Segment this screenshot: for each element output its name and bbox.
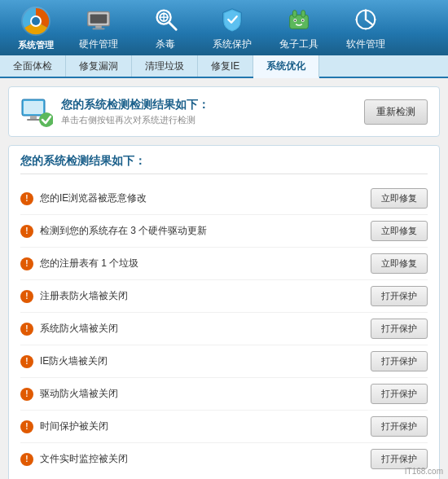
warning-icon: !: [20, 290, 33, 303]
tabs-row: 全面体检 修复漏洞 清理垃圾 修复IE 系统优化: [0, 55, 448, 78]
tab-fix-missing[interactable]: 修复漏洞: [66, 55, 132, 77]
protect-button[interactable]: 打开保护: [371, 416, 428, 437]
svg-rect-14: [301, 10, 305, 17]
result-left: !时间保护被关闭: [20, 420, 371, 433]
kill-icon: [151, 5, 180, 34]
result-text: 注册表防火墙被关闭: [40, 289, 128, 303]
result-row: !您的IE浏览器被恶意修改立即修复: [20, 182, 428, 215]
summary-subtitle: 单击右侧按钮再次对系统进行检测: [61, 114, 209, 126]
result-row: !检测到您的系统存在 3 个硬件驱动更新立即修复: [20, 215, 428, 248]
protect-button[interactable]: 打开保护: [371, 384, 428, 404]
nav-software-label: 软件管理: [346, 37, 385, 51]
result-row: !您的注册表有 1 个垃圾立即修复: [20, 248, 428, 280]
hardware-icon: [84, 5, 113, 34]
warning-icon: !: [20, 388, 33, 401]
warning-icon: !: [20, 420, 33, 433]
nav-rabbit-label: 兔子工具: [279, 37, 318, 51]
svg-point-18: [302, 20, 304, 21]
svg-point-2: [32, 17, 40, 25]
tab-optimize[interactable]: 系统优化: [253, 55, 319, 78]
nav-hardware[interactable]: 硬件管理: [65, 0, 132, 55]
software-icon: [351, 5, 380, 34]
logo-icon: [20, 5, 52, 37]
logo-text: 系统管理: [18, 39, 54, 51]
result-left: !驱动防火墙被关闭: [20, 387, 371, 401]
svg-rect-22: [30, 116, 37, 119]
protect-button[interactable]: 打开保护: [371, 286, 428, 306]
warning-icon: !: [20, 355, 33, 368]
logo-area: 系统管理: [7, 5, 65, 51]
result-row: !文件实时监控被关闭打开保护: [20, 443, 428, 475]
result-left: !IE防火墙被关闭: [20, 354, 371, 368]
warning-icon: !: [20, 225, 33, 238]
summary-box: 您的系统检测检测结果如下： 单击右侧按钮再次对系统进行检测 重新检测: [8, 86, 440, 137]
result-text: 文件实时监控被关闭: [40, 452, 128, 466]
svg-line-8: [169, 22, 177, 29]
summary-title: 您的系统检测检测结果如下：: [61, 98, 209, 112]
result-row: !IE防火墙被关闭打开保护: [20, 345, 428, 378]
warning-icon: !: [20, 192, 33, 205]
tab-fix-ie[interactable]: 修复IE: [198, 55, 253, 77]
result-row: !系统防火墙被关闭打开保护: [20, 313, 428, 345]
header: 系统管理 硬件管理 杀毒: [0, 0, 448, 55]
result-text: 您的注册表有 1 个垃圾: [40, 257, 138, 270]
summary-text: 您的系统检测检测结果如下： 单击右侧按钮再次对系统进行检测: [61, 98, 209, 126]
svg-rect-4: [90, 14, 108, 23]
fix-button[interactable]: 立即修复: [371, 253, 428, 274]
svg-rect-5: [95, 25, 102, 28]
nav-kill-label: 杀毒: [156, 37, 175, 51]
nav-hardware-label: 硬件管理: [79, 37, 118, 51]
result-row: !时间保护被关闭打开保护: [20, 411, 428, 443]
result-text: 驱动防火墙被关闭: [40, 387, 118, 401]
result-left: !文件实时监控被关闭: [20, 452, 371, 466]
result-text: 检测到您的系统存在 3 个硬件驱动更新: [40, 224, 207, 238]
svg-rect-6: [92, 28, 104, 29]
result-left: !注册表防火墙被关闭: [20, 289, 371, 303]
result-left: !检测到您的系统存在 3 个硬件驱动更新: [20, 224, 371, 238]
fix-button[interactable]: 立即修复: [371, 221, 428, 241]
summary-left: 您的系统检测检测结果如下： 单击右侧按钮再次对系统进行检测: [20, 95, 209, 128]
result-left: !系统防火墙被关闭: [20, 322, 371, 336]
nav-software[interactable]: 软件管理: [332, 0, 399, 55]
svg-point-17: [294, 20, 296, 21]
protect-icon: [217, 5, 247, 34]
summary-computer-icon: [20, 95, 53, 128]
warning-icon: !: [20, 323, 33, 336]
nav-protect-label: 系统保护: [213, 37, 252, 51]
result-left: !您的注册表有 1 个垃圾: [20, 257, 371, 270]
result-row: !驱动防火墙被关闭打开保护: [20, 378, 428, 411]
nav-kill[interactable]: 杀毒: [132, 0, 199, 55]
result-row: !注册表防火墙被关闭打开保护: [20, 280, 428, 313]
result-text: 时间保护被关闭: [40, 420, 108, 433]
result-text: IE防火墙被关闭: [40, 354, 108, 368]
warning-icon: !: [20, 257, 33, 270]
svg-rect-13: [292, 10, 296, 17]
svg-rect-23: [27, 119, 40, 121]
tab-clean-junk[interactable]: 清理垃圾: [132, 55, 198, 77]
warning-icon: !: [20, 453, 33, 466]
fix-button[interactable]: 立即修复: [371, 188, 428, 209]
svg-rect-12: [290, 15, 309, 29]
watermark: IT168.com: [405, 467, 443, 476]
main-content: 您的系统检测检测结果如下： 单击右侧按钮再次对系统进行检测 重新检测 您的系统检…: [0, 78, 448, 479]
svg-rect-21: [24, 101, 43, 114]
result-left: !您的IE浏览器被恶意修改: [20, 191, 371, 205]
results-section: 您的系统检测结果如下： !您的IE浏览器被恶意修改立即修复!检测到您的系统存在 …: [8, 145, 440, 479]
rabbit-icon: [284, 5, 314, 34]
results-title: 您的系统检测结果如下：: [20, 154, 428, 174]
protect-button[interactable]: 打开保护: [371, 319, 428, 339]
protect-button[interactable]: 打开保护: [371, 351, 428, 371]
rescan-button[interactable]: 重新检测: [364, 99, 428, 125]
nav-rabbit[interactable]: 兔子工具: [266, 0, 332, 55]
result-text: 您的IE浏览器被恶意修改: [40, 191, 147, 205]
tab-full-check[interactable]: 全面体检: [0, 55, 66, 77]
result-text: 系统防火墙被关闭: [40, 322, 118, 336]
results-list: !您的IE浏览器被恶意修改立即修复!检测到您的系统存在 3 个硬件驱动更新立即修…: [20, 182, 428, 475]
nav-protect[interactable]: 系统保护: [199, 0, 266, 55]
